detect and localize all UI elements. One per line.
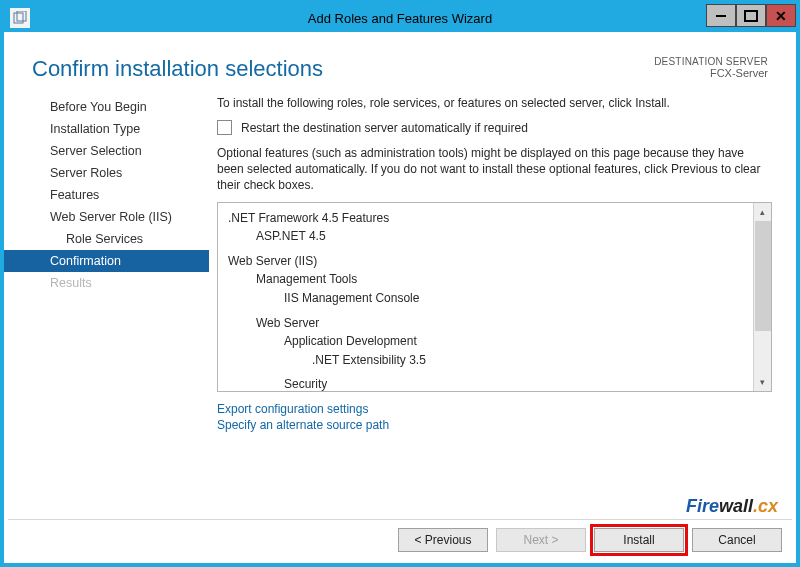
close-button[interactable]: ✕ [766, 4, 796, 27]
nav-server-selection[interactable]: Server Selection [4, 140, 209, 162]
selections-listbox: .NET Framework 4.5 Features ASP.NET 4.5 … [217, 202, 772, 392]
nav-confirmation[interactable]: Confirmation [4, 250, 209, 272]
list-item: Application Development [284, 332, 747, 351]
selections-content: .NET Framework 4.5 Features ASP.NET 4.5 … [218, 203, 753, 391]
destination-server-info: DESTINATION SERVER FCX-Server [654, 56, 768, 79]
destination-value: FCX-Server [654, 67, 768, 79]
optional-features-note: Optional features (such as administratio… [217, 145, 772, 194]
next-button: Next > [496, 528, 586, 552]
previous-button[interactable]: < Previous [398, 528, 488, 552]
list-item: Web Server (IIS) [228, 252, 747, 271]
install-button[interactable]: Install [594, 528, 684, 552]
nav-features[interactable]: Features [4, 184, 209, 206]
list-item: .NET Extensibility 3.5 [312, 351, 747, 370]
nav-web-server-role[interactable]: Web Server Role (IIS) [4, 206, 209, 228]
branding-logo: Firewall.cx [686, 496, 778, 517]
intro-text: To install the following roles, role ser… [217, 96, 772, 110]
alternate-source-link[interactable]: Specify an alternate source path [217, 418, 772, 432]
list-item: Web Server [256, 314, 747, 333]
main-content: To install the following roles, role ser… [209, 90, 796, 520]
restart-checkbox[interactable] [217, 120, 232, 135]
destination-label: DESTINATION SERVER [654, 56, 768, 67]
nav-before-you-begin[interactable]: Before You Begin [4, 96, 209, 118]
nav-installation-type[interactable]: Installation Type [4, 118, 209, 140]
nav-role-services[interactable]: Role Services [4, 228, 209, 250]
nav-server-roles[interactable]: Server Roles [4, 162, 209, 184]
titlebar[interactable]: Add Roles and Features Wizard ✕ [4, 4, 796, 32]
scroll-down-icon[interactable]: ▾ [754, 373, 772, 391]
export-config-link[interactable]: Export configuration settings [217, 402, 772, 416]
restart-label: Restart the destination server automatic… [241, 121, 528, 135]
list-item: Management Tools [256, 270, 747, 289]
cancel-button[interactable]: Cancel [692, 528, 782, 552]
scrollbar[interactable]: ▴ ▾ [753, 203, 771, 391]
wizard-sidebar: Before You Begin Installation Type Serve… [4, 90, 209, 520]
scroll-up-icon[interactable]: ▴ [754, 203, 772, 221]
scroll-thumb[interactable] [755, 221, 771, 331]
list-item: ASP.NET 4.5 [256, 227, 747, 246]
maximize-button[interactable] [736, 4, 766, 27]
page-title: Confirm installation selections [32, 56, 323, 82]
footer-buttons: < Previous Next > Install Cancel [8, 519, 792, 559]
list-item: Security [284, 375, 747, 390]
list-item: .NET Framework 4.5 Features [228, 209, 747, 228]
nav-results: Results [4, 272, 209, 294]
window-title: Add Roles and Features Wizard [4, 11, 796, 26]
minimize-button[interactable] [706, 4, 736, 27]
list-item: IIS Management Console [284, 289, 747, 308]
